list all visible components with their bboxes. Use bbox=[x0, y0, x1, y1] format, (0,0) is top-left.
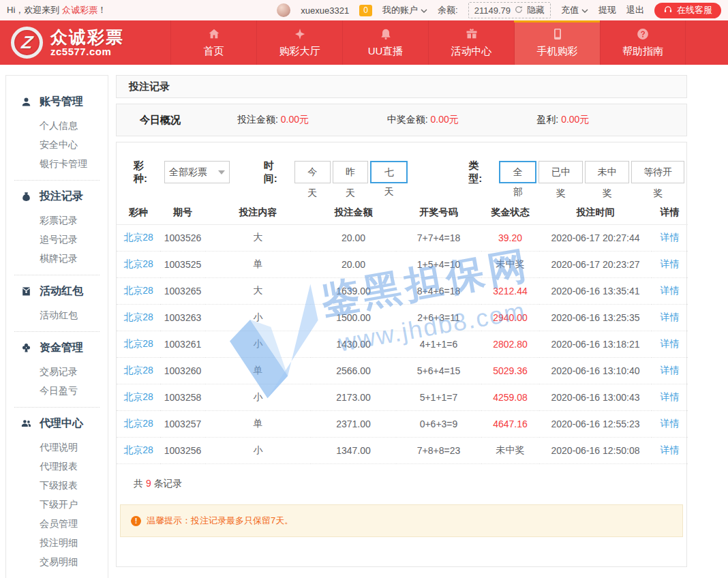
nav-item-lottery-hall[interactable]: 购彩大厅 bbox=[256, 20, 342, 65]
bet-time-cell: 2020-06-16 12:50:08 bbox=[551, 445, 640, 456]
hide-balance-link[interactable]: 隐藏 bbox=[527, 4, 545, 16]
sidebar-item[interactable]: 活动红包 bbox=[6, 305, 108, 324]
lottery-link[interactable]: 北京28 bbox=[123, 232, 153, 243]
sidebar: 账号管理 个人信息安全中心银行卡管理 投注记录 彩票记录追号记录棋牌记录 活动红… bbox=[5, 75, 108, 578]
sidebar-section-red-packet[interactable]: 活动红包 bbox=[6, 281, 108, 301]
sidebar-item[interactable]: 代理说明 bbox=[6, 438, 108, 457]
lottery-link[interactable]: 北京28 bbox=[123, 391, 153, 402]
sidebar-section-funds[interactable]: 资金管理 bbox=[6, 337, 108, 358]
issue-cell: 1003263 bbox=[164, 312, 202, 323]
prize-status-cell: 未中奖 bbox=[496, 258, 525, 269]
sidebar-item[interactable]: 今日盈亏 bbox=[6, 381, 108, 400]
bet-content-cell: 大 bbox=[254, 285, 263, 296]
sidebar-item[interactable]: 会员管理 bbox=[6, 514, 108, 533]
type-filter-all[interactable]: 全部 bbox=[499, 161, 536, 183]
sidebar-item[interactable]: 交易记录 bbox=[6, 362, 108, 381]
funds-icon bbox=[20, 342, 32, 354]
prize-status-cell: 4259.08 bbox=[493, 392, 528, 403]
sidebar-section-agent[interactable]: 代理中心 bbox=[6, 413, 108, 434]
my-account-menu[interactable]: 我的账户 bbox=[382, 4, 427, 16]
lottery-select[interactable]: 全部彩票 bbox=[164, 161, 230, 183]
records-count: 共 9 条记录 bbox=[117, 464, 686, 490]
table-row: 北京281003261小1430.004+1+1=62802.802020-06… bbox=[117, 331, 688, 357]
chevron-down-icon bbox=[421, 5, 427, 16]
sidebar-item[interactable]: 彩票记录 bbox=[6, 211, 108, 230]
avatar[interactable] bbox=[277, 3, 290, 17]
logout-link[interactable]: 退出 bbox=[626, 4, 644, 16]
sidebar-items-account: 个人信息安全中心银行卡管理 bbox=[6, 116, 108, 173]
issue-cell: 1003256 bbox=[164, 445, 202, 456]
sidebar-item[interactable]: 下级开户 bbox=[6, 495, 108, 514]
caret-down-icon bbox=[218, 170, 225, 174]
type-filter-pending[interactable]: 等待开奖 bbox=[631, 161, 684, 183]
detail-link[interactable]: 详情 bbox=[661, 285, 680, 296]
detail-link[interactable]: 详情 bbox=[661, 258, 680, 269]
bet-time-cell: 2020-06-16 13:18:21 bbox=[551, 339, 640, 350]
sidebar-item[interactable]: 追号记录 bbox=[6, 230, 108, 249]
draw-numbers-cell: 5+1+1=7 bbox=[420, 392, 458, 403]
online-service-button[interactable]: 在线客服 bbox=[654, 3, 721, 18]
table-row: 北京281003256小1347.007+8+8=23未中奖2020-06-16… bbox=[117, 437, 688, 463]
lottery-link[interactable]: 北京28 bbox=[123, 444, 153, 455]
lottery-link[interactable]: 北京28 bbox=[123, 285, 153, 296]
bet-content-cell: 小 bbox=[254, 311, 263, 322]
lottery-link[interactable]: 北京28 bbox=[123, 338, 153, 349]
lottery-link[interactable]: 北京28 bbox=[123, 418, 153, 429]
time-filter-today[interactable]: 今天 bbox=[294, 161, 331, 183]
divider bbox=[14, 275, 100, 275]
column-header: 详情 bbox=[652, 202, 688, 224]
sidebar-items-red-packet: 活动红包 bbox=[6, 305, 108, 324]
lottery-link[interactable]: 北京28 bbox=[123, 311, 153, 322]
summary-profit: 盈利: 0.00元 bbox=[536, 114, 686, 126]
sidebar-item[interactable]: 安全中心 bbox=[6, 135, 108, 154]
lottery-link[interactable]: 北京28 bbox=[123, 365, 153, 376]
detail-link[interactable]: 详情 bbox=[661, 365, 680, 376]
time-filter-7days[interactable]: 七天 bbox=[370, 161, 408, 183]
type-filter-lost[interactable]: 未中奖 bbox=[585, 161, 629, 183]
recharge-menu[interactable]: 充值 bbox=[561, 4, 588, 16]
column-header: 彩种 bbox=[117, 202, 160, 224]
bet-amount-cell: 20.00 bbox=[342, 259, 365, 270]
summary-bet-amount: 投注金额: 0.00元 bbox=[237, 114, 387, 126]
nav-item-mobile-lottery[interactable]: 手机购彩 bbox=[514, 20, 600, 65]
sidebar-item[interactable]: 交易明细 bbox=[6, 552, 108, 571]
table-row: 北京281003260单2566.005+6+4=155029.362020-0… bbox=[117, 357, 688, 384]
message-count-badge[interactable]: 0 bbox=[359, 5, 372, 16]
sidebar-item[interactable]: 下级报表 bbox=[6, 476, 108, 495]
detail-link[interactable]: 详情 bbox=[661, 311, 680, 322]
nav-item-help-guide[interactable]: 帮助指南 bbox=[600, 20, 686, 65]
detail-link[interactable]: 详情 bbox=[661, 444, 680, 455]
bet-time-cell: 2020-06-16 13:10:40 bbox=[551, 365, 640, 376]
sidebar-section-bet-records[interactable]: 投注记录 bbox=[6, 186, 108, 207]
sidebar-item[interactable]: 代理报表 bbox=[6, 457, 108, 476]
detail-link[interactable]: 详情 bbox=[661, 418, 680, 429]
draw-numbers-cell: 7+7+4=18 bbox=[417, 232, 460, 243]
sidebar-item[interactable]: 棋牌记录 bbox=[6, 249, 108, 268]
moneybag-icon bbox=[20, 191, 32, 202]
prize-status-cell: 2802.80 bbox=[493, 339, 528, 350]
nav-item-activity-center[interactable]: 活动中心 bbox=[428, 20, 514, 65]
records-table: 彩种期号投注内容投注金额开奖号码奖金状态投注时间详情 北京281003526大2… bbox=[117, 202, 688, 464]
chevron-down-icon bbox=[581, 5, 588, 16]
site-logo[interactable]: Z 众诚彩票 zc5577.com bbox=[0, 20, 170, 65]
lottery-link[interactable]: 北京28 bbox=[123, 258, 153, 269]
nav-item-uu-live[interactable]: UU直播 bbox=[342, 20, 428, 65]
bet-content-cell: 小 bbox=[254, 391, 263, 402]
topbar: Hi，欢迎来到 众诚彩票！ xuexue3321 0 我的账户 余额: 2114… bbox=[0, 0, 728, 20]
sidebar-item[interactable]: 银行卡管理 bbox=[6, 154, 108, 173]
sidebar-item[interactable]: 个人信息 bbox=[6, 116, 108, 135]
sidebar-section-account[interactable]: 账号管理 bbox=[6, 91, 108, 112]
sidebar-item[interactable]: 投注明细 bbox=[6, 533, 108, 552]
detail-link[interactable]: 详情 bbox=[661, 391, 680, 402]
column-header: 奖金状态 bbox=[481, 202, 539, 224]
detail-link[interactable]: 详情 bbox=[661, 338, 680, 349]
bet-time-cell: 2020-06-17 20:27:44 bbox=[551, 232, 640, 243]
detail-link[interactable]: 详情 bbox=[661, 232, 680, 243]
prize-status-cell: 2940.00 bbox=[493, 312, 528, 323]
refresh-icon[interactable] bbox=[515, 5, 523, 16]
time-filter-yesterday[interactable]: 昨天 bbox=[333, 161, 369, 183]
withdraw-link[interactable]: 提现 bbox=[598, 4, 616, 16]
type-filter-won[interactable]: 已中奖 bbox=[539, 161, 583, 183]
divider bbox=[14, 331, 100, 332]
nav-item-home[interactable]: 首页 bbox=[170, 20, 256, 65]
